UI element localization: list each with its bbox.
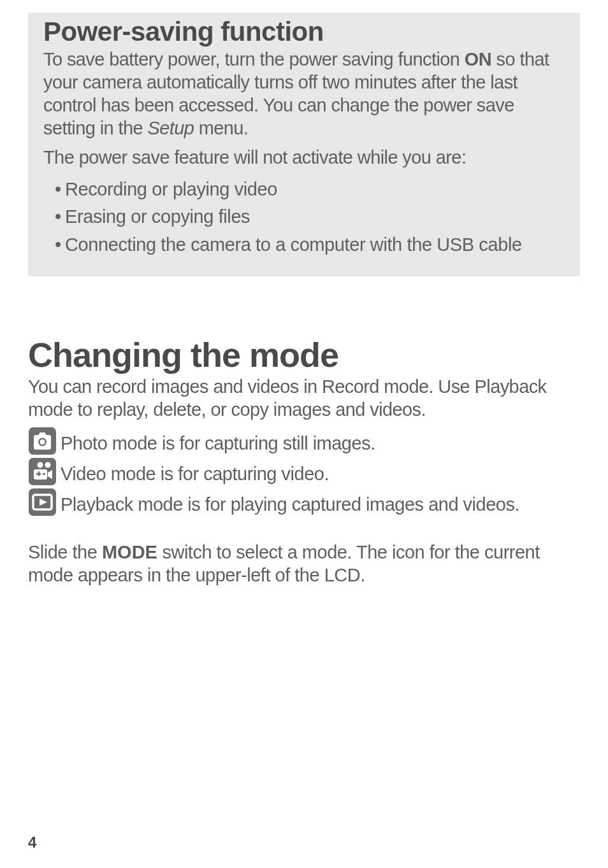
tail-mode: MODE <box>102 542 157 562</box>
svg-point-4 <box>38 462 43 468</box>
tail-paragraph: Slide the MODE switch to select a mode. … <box>28 541 580 587</box>
playback-icon <box>28 488 57 516</box>
manual-page: Power-saving function To save battery po… <box>0 0 608 868</box>
video-icon <box>28 457 57 486</box>
svg-point-5 <box>45 462 51 468</box>
callout-box: Power-saving function To save battery po… <box>28 13 580 276</box>
p1-bold: ON <box>465 49 491 69</box>
mode-label: Video mode is for capturing video. <box>61 460 329 488</box>
photo-icon <box>28 427 57 455</box>
mode-label: Playback mode is for playing captured im… <box>61 491 519 519</box>
p1-post: menu. <box>194 118 248 138</box>
section-heading: Changing the mode <box>28 335 580 374</box>
svg-point-2 <box>40 439 45 445</box>
svg-rect-9 <box>43 473 45 475</box>
svg-rect-8 <box>38 471 40 476</box>
callout-list: Recording or playing video Erasing or co… <box>43 176 565 259</box>
p1-italic: Setup <box>148 118 194 138</box>
mode-label: Photo mode is for capturing still images… <box>61 430 375 458</box>
mode-row-video: Video mode is for capturing video. <box>28 457 580 488</box>
list-item: Recording or playing video <box>55 176 565 204</box>
p1-pre: To save battery power, turn the power sa… <box>43 49 465 69</box>
list-item: Erasing or copying files <box>55 203 565 231</box>
page-number: 4 <box>28 834 36 851</box>
mode-row-photo: Photo mode is for capturing still images… <box>28 427 580 457</box>
list-item: Connecting the camera to a computer with… <box>55 231 565 259</box>
section-intro: You can record images and videos in Reco… <box>28 376 580 422</box>
callout-heading: Power-saving function <box>43 17 565 47</box>
tail-pre: Slide the <box>28 542 102 562</box>
mode-list: Photo mode is for capturing still images… <box>28 427 580 518</box>
callout-paragraph-1: To save battery power, turn the power sa… <box>43 48 565 140</box>
mode-row-playback: Playback mode is for playing captured im… <box>28 488 580 518</box>
callout-paragraph-2: The power save feature will not activate… <box>43 146 565 169</box>
